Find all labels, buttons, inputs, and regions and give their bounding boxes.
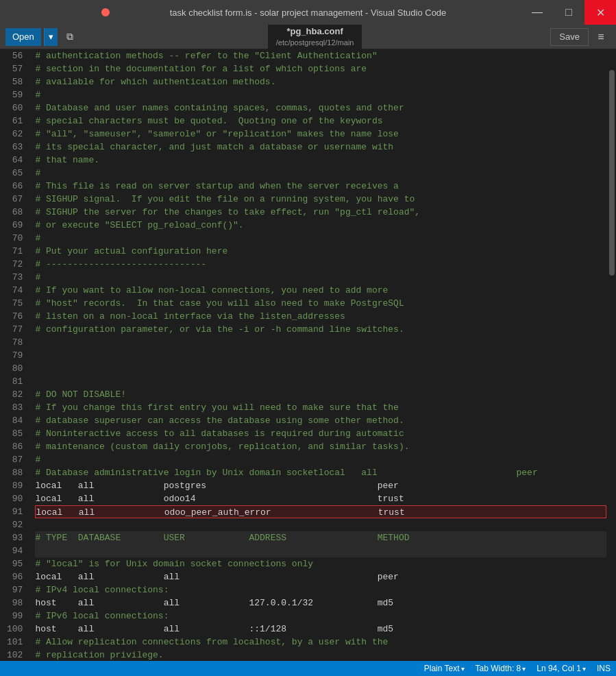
code-line: host all all ::1/128 md5 (35, 623, 606, 636)
code-line: # database superuser can access the data… (35, 414, 606, 427)
window-dot-red (101, 8, 110, 16)
code-line: # "local" is for Unix domain socket conn… (35, 557, 606, 570)
tab-area: *pg_hba.conf /etc/postgresql/12/main (82, 23, 548, 50)
code-line: # Allow replication connections from loc… (35, 636, 606, 649)
tab-filename: *pg_hba.conf (286, 26, 343, 38)
encoding-chevron: ▾ (461, 665, 465, 673)
code-line: # (35, 232, 606, 245)
window-controls: — □ ✕ (521, 0, 616, 25)
position-chevron: ▾ (582, 665, 586, 673)
encoding-label: Plain Text (424, 664, 460, 673)
code-line: host all all 127.0.0.1/32 md5 (35, 596, 606, 609)
code-line: # "host" records. In that case you will … (35, 297, 606, 310)
code-line: # Noninteractive access to all databases… (35, 427, 606, 440)
code-line: # If you change this first entry you wil… (35, 401, 606, 414)
window-title: task checklist form.is - solar project m… (170, 8, 447, 18)
code-line: # ------------------------------ (35, 258, 606, 271)
code-line: # (35, 167, 606, 180)
editor-area: 5657585960616263646566676869707172737475… (0, 49, 616, 661)
code-line: # IPv6 local connections: (35, 609, 606, 623)
toolbar: Open ▾ ⧉ *pg_hba.conf /etc/postgresql/12… (0, 25, 616, 49)
code-line: # DO NOT DISABLE! (35, 388, 606, 401)
code-line: # (35, 271, 606, 284)
open-button[interactable]: Open (5, 28, 41, 46)
maximize-button[interactable]: □ (553, 0, 584, 25)
code-line: # configuration parameter, or via the -i… (35, 323, 606, 336)
active-tab[interactable]: *pg_hba.conf /etc/postgresql/12/main (268, 23, 362, 50)
code-line: local all all peer (35, 570, 606, 583)
menu-button[interactable]: ≡ (591, 28, 611, 46)
code-line (35, 349, 606, 362)
minimize-button[interactable]: — (521, 0, 553, 25)
code-line: # TYPE DATABASE USER ADDRESS METHOD (35, 531, 606, 544)
tab-width-label: Tab Width: 8 (476, 664, 521, 673)
tab-width-chevron: ▾ (522, 665, 526, 673)
code-line: # (35, 88, 606, 101)
code-line (35, 336, 606, 349)
code-line: # Database administrative login by Unix … (35, 466, 606, 479)
status-bar: Plain Text ▾ Tab Width: 8 ▾ Ln 94, Col 1… (0, 661, 616, 676)
code-line: # This file is read on server startup an… (35, 180, 606, 193)
code-line: # If you want to allow non-local connect… (35, 284, 606, 297)
tab-path: /etc/postgresql/12/main (276, 38, 354, 47)
code-line (35, 362, 606, 375)
code-line (35, 544, 606, 557)
code-line: local all postgres peer (35, 479, 606, 492)
position-label: Ln 94, Col 1 (537, 664, 581, 673)
code-line: # Put your actual configuration here (35, 245, 606, 258)
scrollbar[interactable] (606, 49, 616, 661)
code-line: # SIGHUP the server for the changes to t… (35, 206, 606, 219)
scrollbar-thumb[interactable] (609, 70, 615, 276)
code-line: # or execute "SELECT pg_reload_conf()". (35, 219, 606, 232)
mode-label: INS (597, 664, 611, 673)
code-line: # its special character, and just match … (35, 141, 606, 154)
code-line: # maintenance (custom daily cronjobs, re… (35, 440, 606, 453)
code-line (35, 518, 606, 531)
code-line: local all odoo_peer_auth_error trust (35, 505, 606, 518)
code-line: # "all", "sameuser", "samerole" or "repl… (35, 128, 606, 141)
code-line: # listen on a non-local interface via th… (35, 310, 606, 323)
code-content[interactable]: # authentication methods -- refer to the… (29, 49, 606, 661)
title-bar: task checklist form.is - solar project m… (0, 0, 616, 25)
split-editor-button[interactable]: ⧉ (60, 28, 79, 46)
code-line: # section in the documentation for a lis… (35, 62, 606, 75)
status-position[interactable]: Ln 94, Col 1 ▾ (537, 664, 586, 673)
code-line: # IPv4 local connections: (35, 583, 606, 596)
code-line: # that name. (35, 154, 606, 167)
save-button[interactable]: Save (550, 28, 589, 46)
open-dropdown-button[interactable]: ▾ (44, 28, 58, 46)
code-line: # Database and user names containing spa… (35, 101, 606, 114)
code-line: # replication privilege. (35, 649, 606, 661)
code-line: # special characters must be quoted. Quo… (35, 114, 606, 128)
code-line: # authentication methods -- refer to the… (35, 49, 606, 62)
code-line: # available for which authentication met… (35, 75, 606, 88)
status-tab-width[interactable]: Tab Width: 8 ▾ (476, 664, 526, 673)
status-mode: INS (597, 664, 611, 673)
close-button[interactable]: ✕ (584, 0, 616, 25)
code-line: # (35, 453, 606, 466)
status-encoding[interactable]: Plain Text ▾ (424, 664, 465, 673)
line-numbers: 5657585960616263646566676869707172737475… (0, 49, 29, 661)
code-line (35, 375, 606, 388)
code-line: local all odoo14 trust (35, 492, 606, 505)
code-line: # SIGHUP signal. If you edit the file on… (35, 193, 606, 206)
